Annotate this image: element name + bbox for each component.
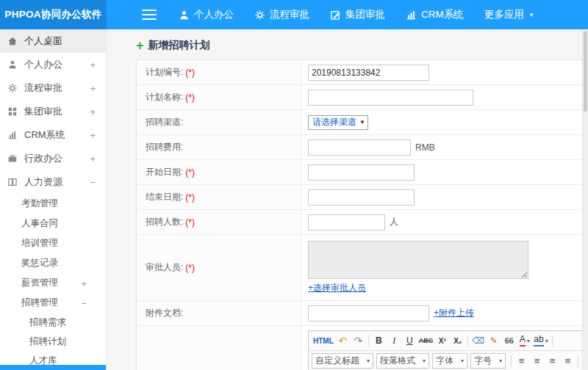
- book-icon: [7, 177, 18, 187]
- home-icon: [7, 36, 18, 46]
- sidebar-item-recruitment-plan[interactable]: 招聘计划: [0, 332, 106, 351]
- font-family-select[interactable]: 字体 ▾: [432, 353, 467, 369]
- background-color-button[interactable]: ab ▾: [532, 333, 549, 348]
- required-marker: (*): [185, 263, 195, 273]
- blockquote-icon[interactable]: 66: [501, 333, 517, 348]
- attachment-upload-link[interactable]: +附件上传: [434, 307, 474, 319]
- align-left-icon[interactable]: ≡: [514, 354, 529, 369]
- undo-icon[interactable]: ↶: [335, 333, 351, 348]
- topnav-label: 集团审批: [345, 8, 385, 21]
- toolbar-separator: [467, 335, 468, 347]
- sidebar: 个人桌面 个人办公 + 流程审批 + 集团审批 + CRM系统 + 行政办公 +: [0, 29, 107, 370]
- field-label: 开始日期:: [146, 166, 183, 178]
- select-approver-link[interactable]: +选择审批人员: [308, 282, 366, 294]
- align-center-icon[interactable]: ≡: [529, 354, 545, 369]
- chevron-down-icon: ▾: [423, 358, 426, 364]
- recruitment-plan-form: 计划编号: (*) 计划名称: (*) 招聘渠道:: [136, 59, 588, 370]
- custom-title-select[interactable]: 自定义标题 ▾: [312, 353, 373, 369]
- rich-text-editor: HTML ↶ ↷ B I U ABC X² X₂ ⌫ ✎: [308, 330, 588, 370]
- start-date-input[interactable]: [308, 164, 415, 181]
- form-row-attachment: 附件文档: +附件上传: [137, 301, 588, 326]
- superscript-button[interactable]: X²: [434, 333, 450, 348]
- expand-plus-icon[interactable]: +: [90, 153, 96, 164]
- sidebar-item-admin-office[interactable]: 行政办公 +: [0, 147, 106, 170]
- sidebar-item-label: 行政办公: [24, 152, 62, 165]
- sidebar-item-attendance-mgmt[interactable]: 考勤管理: [0, 194, 106, 214]
- sidebar-item-label: 个人桌面: [24, 35, 62, 48]
- sidebar-item-personal-office[interactable]: 个人办公 +: [0, 53, 106, 76]
- page-title-text: 新增招聘计划: [148, 39, 210, 52]
- toolbar-separator: [511, 355, 512, 366]
- fee-input[interactable]: [308, 139, 411, 156]
- subscript-button[interactable]: X₂: [450, 333, 465, 348]
- plan-name-input[interactable]: [308, 90, 473, 106]
- expand-plus-icon[interactable]: +: [90, 106, 96, 117]
- topnav-crm-system[interactable]: CRM系统: [395, 0, 474, 29]
- toolbar-separator: [368, 335, 369, 347]
- app-window: PHPOA协同办公软件 个人办公 流程审批 集团审批 CRM系统 更多应用 ▾: [0, 0, 588, 370]
- background-color-glyph: ab: [534, 335, 543, 346]
- topnav-group-approval[interactable]: 集团审批: [320, 0, 395, 29]
- page-title: + 新增招聘计划: [136, 39, 588, 52]
- menu-toggle-icon[interactable]: [142, 10, 157, 20]
- font-size-select[interactable]: 字号 ▾: [470, 353, 506, 369]
- end-date-input[interactable]: [308, 189, 415, 206]
- topnav-label: 个人办公: [194, 8, 234, 21]
- channel-select[interactable]: 请选择渠道 ▼: [308, 115, 368, 130]
- italic-button[interactable]: I: [387, 333, 402, 348]
- redo-icon[interactable]: ↷: [351, 333, 366, 348]
- required-marker: (*): [185, 192, 195, 203]
- expand-plus-icon[interactable]: +: [90, 130, 96, 141]
- sidebar-item-training-mgmt[interactable]: 培训管理: [0, 233, 106, 253]
- expand-plus-icon[interactable]: +: [90, 59, 96, 70]
- sidebar-item-desktop[interactable]: 个人桌面: [0, 29, 106, 53]
- topnav-workflow-approval[interactable]: 流程审批: [244, 0, 320, 29]
- sidebar-item-salary-mgmt[interactable]: 薪资管理 +: [0, 273, 106, 293]
- sidebar-item-group-approval[interactable]: 集团审批 +: [0, 100, 106, 123]
- sidebar-item-crm-system[interactable]: CRM系统 +: [0, 123, 106, 147]
- underline-button[interactable]: U: [402, 333, 417, 348]
- approver-textarea[interactable]: [308, 241, 528, 279]
- chevron-down-icon: ▾: [499, 358, 502, 364]
- sidebar-item-hr-contract[interactable]: 人事合同: [0, 214, 106, 233]
- sidebar-item-recruitment-mgmt[interactable]: 招聘管理 −: [0, 293, 106, 313]
- font-color-button[interactable]: A ▾: [517, 333, 532, 348]
- collapse-minus-icon[interactable]: −: [90, 177, 96, 188]
- font-color-glyph: A: [520, 335, 526, 346]
- editor-toolbar-row1: HTML ↶ ↷ B I U ABC X² X₂ ⌫ ✎: [309, 331, 588, 351]
- sidebar-item-label: 考勤管理: [21, 197, 58, 210]
- expand-plus-icon[interactable]: +: [90, 83, 96, 94]
- plan-number-input[interactable]: [308, 65, 429, 81]
- top-navigation: 个人办公 流程审批 集团审批 CRM系统 更多应用 ▾: [168, 0, 543, 29]
- sidebar-item-human-resources[interactable]: 人力资源 −: [0, 170, 106, 194]
- format-brush-icon[interactable]: ✎: [486, 333, 501, 348]
- field-label: 审批人员:: [146, 261, 183, 274]
- align-right-icon[interactable]: ≡: [545, 354, 560, 369]
- topnav-more-apps[interactable]: 更多应用 ▾: [474, 0, 544, 29]
- sidebar-item-workflow-approval[interactable]: 流程审批 +: [0, 76, 106, 100]
- sidebar-item-label: 流程审批: [24, 81, 62, 95]
- attachment-input[interactable]: [308, 305, 429, 322]
- topnav-label: CRM系统: [421, 8, 464, 21]
- field-label: 招聘费用:: [146, 141, 183, 153]
- topnav-personal-office[interactable]: 个人办公: [168, 0, 244, 29]
- sidebar-item-label: 个人办公: [24, 58, 62, 71]
- html-source-button[interactable]: HTML: [312, 333, 335, 348]
- strikethrough-button[interactable]: ABC: [417, 333, 435, 348]
- scrollbar-thumb[interactable]: [584, 31, 587, 112]
- bold-button[interactable]: B: [371, 333, 387, 348]
- collapse-minus-icon[interactable]: −: [81, 297, 87, 308]
- vertical-scrollbar[interactable]: [582, 29, 588, 370]
- paragraph-format-select[interactable]: 段落格式 ▾: [376, 353, 429, 369]
- align-justify-icon[interactable]: ≡: [560, 354, 576, 369]
- form-row-fee: 招聘费用: RMB: [137, 135, 588, 160]
- fee-unit-label: RMB: [415, 142, 435, 153]
- sidebar-item-recruitment-demand[interactable]: 招聘需求: [0, 313, 106, 332]
- form-row-plan-number: 计划编号: (*): [137, 60, 588, 85]
- channel-select-value: 请选择渠道: [312, 116, 356, 128]
- eraser-icon[interactable]: ⌫: [470, 333, 486, 348]
- headcount-input[interactable]: [308, 214, 385, 231]
- field-label: 结束日期:: [146, 191, 183, 203]
- expand-plus-icon[interactable]: +: [81, 278, 87, 289]
- sidebar-item-reward-punishment[interactable]: 奖惩记录: [0, 253, 106, 273]
